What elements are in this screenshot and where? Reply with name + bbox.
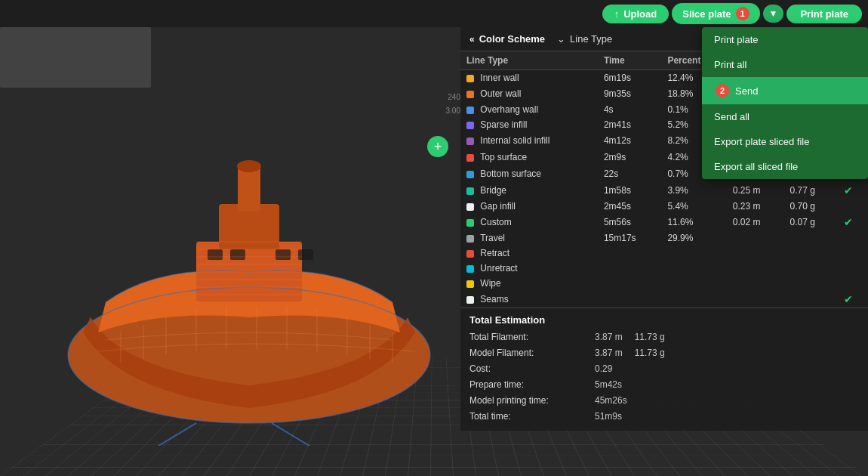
estimation-section: Total Estimation Total Filament: 3.87 m …	[460, 308, 868, 431]
estimation-row: Model Filament: 3.87 m 11.73 g	[469, 345, 859, 361]
svg-rect-5	[208, 249, 223, 260]
cell-check	[838, 261, 868, 276]
cell-check	[838, 246, 868, 261]
cell-percent: 29.9%	[661, 230, 726, 246]
cell-m	[727, 291, 784, 308]
cell-g	[784, 291, 838, 308]
dropdown-item-send-all[interactable]: Send all	[702, 104, 868, 129]
color-dot	[466, 75, 474, 82]
cell-g	[784, 230, 838, 246]
cell-g	[784, 276, 838, 291]
cell-check	[838, 199, 868, 214]
color-dot	[466, 154, 474, 162]
svg-rect-6	[230, 249, 245, 260]
cell-time: 2m41s	[598, 117, 661, 132]
cell-linetype: Custom	[460, 214, 598, 230]
cell-time: 6m19s	[598, 70, 661, 86]
ship-model	[45, 76, 468, 446]
upload-icon: ↑	[614, 8, 620, 20]
cell-linetype: Seams	[460, 291, 598, 308]
svg-point-4	[237, 160, 261, 172]
dropdown-item-print-plate[interactable]: Print plate	[702, 27, 868, 52]
cell-linetype: Outer wall	[460, 85, 598, 102]
svg-line-31	[272, 423, 309, 446]
color-dot	[466, 107, 474, 114]
upload-button[interactable]: ↑ Upload	[602, 5, 669, 23]
dropdown-item-print-all[interactable]: Print all	[702, 52, 868, 77]
cell-time: 22s	[598, 165, 661, 182]
table-row[interactable]: Retract	[460, 246, 868, 261]
cell-time: 9m35s	[598, 85, 661, 102]
cell-g: 0.07 g	[784, 214, 838, 230]
cell-linetype: Sparse infill	[460, 117, 598, 132]
estimation-val1: 5m42s	[595, 377, 622, 393]
estimation-val1: 3.87 m	[595, 345, 623, 361]
estimation-label: Total time:	[469, 409, 583, 425]
slice-button[interactable]: Slice plate 1	[672, 3, 759, 24]
dropdown-item-send[interactable]: 2 Send	[702, 77, 868, 104]
cell-percent	[661, 291, 726, 308]
cell-percent: 11.6%	[661, 214, 726, 230]
estimation-label: Prepare time:	[469, 377, 583, 393]
estimation-val2: 11.73 g	[635, 345, 665, 361]
table-row[interactable]: Travel 15m17s 29.9%	[460, 230, 868, 246]
table-row[interactable]: Unretract	[460, 261, 868, 276]
cell-check: ✔	[838, 214, 868, 230]
double-chevron-icon: «	[469, 34, 475, 45]
estimation-row: Model printing time: 45m26s	[469, 393, 859, 409]
cell-linetype: Wipe	[460, 276, 598, 291]
slice-dropdown-button[interactable]: ▼	[763, 5, 784, 23]
svg-line-30	[159, 423, 196, 446]
cell-m: 0.02 m	[727, 214, 784, 230]
table-row[interactable]: Gap infill 2m45s 5.4% 0.23 m 0.70 g	[460, 199, 868, 214]
cell-check	[838, 230, 868, 246]
print-dropdown-menu: Print plate Print all 2 Send Send all Ex…	[702, 27, 868, 179]
slider-numbers: 240 3.00	[446, 91, 460, 118]
estimation-title: Total Estimation	[469, 314, 859, 326]
color-dot	[466, 203, 474, 211]
table-row[interactable]: Custom 5m56s 11.6% 0.02 m 0.07 g ✔	[460, 214, 868, 230]
estimation-val2: 11.73 g	[635, 329, 665, 345]
estimation-label: Total Filament:	[469, 329, 583, 345]
cell-time: 1m58s	[598, 182, 661, 199]
estimation-val1: 0.29	[595, 361, 612, 377]
color-dot	[466, 280, 474, 288]
color-dot	[466, 296, 474, 304]
cell-time: 15m17s	[598, 230, 661, 246]
cell-linetype: Bottom surface	[460, 165, 598, 182]
color-dot	[466, 187, 474, 195]
cell-time	[598, 291, 661, 308]
cell-time: 5m56s	[598, 214, 661, 230]
estimation-row: Total time: 51m9s	[469, 409, 859, 425]
check-icon: ✔	[844, 293, 853, 305]
add-button[interactable]: +	[427, 136, 448, 157]
dropdown-item-export-plate[interactable]: Export plate sliced file	[702, 129, 868, 154]
background-artifact	[0, 27, 151, 88]
svg-rect-8	[298, 249, 313, 260]
cell-linetype: Unretract	[460, 261, 598, 276]
cell-percent	[661, 261, 726, 276]
line-type-header[interactable]: ⌄ Line Type	[557, 33, 612, 45]
top-toolbar: ↑ Upload Slice plate 1 ▼ Print plate	[0, 0, 868, 27]
table-row[interactable]: Seams ✔	[460, 291, 868, 308]
col-header-time: Time	[598, 51, 661, 70]
chevron-down-icon: ⌄	[557, 33, 565, 45]
dropdown-item-export-all[interactable]: Export all sliced file	[702, 154, 868, 179]
cell-time	[598, 276, 661, 291]
col-header-linetype: Line Type	[460, 51, 598, 70]
print-plate-button[interactable]: Print plate	[786, 5, 862, 23]
estimation-label: Model printing time:	[469, 393, 583, 409]
estimation-val1: 45m26s	[595, 393, 627, 409]
color-scheme-header[interactable]: « Color Scheme	[469, 33, 545, 45]
cell-g	[784, 246, 838, 261]
cell-linetype: Retract	[460, 246, 598, 261]
cell-time: 4m12s	[598, 132, 661, 149]
cell-time	[598, 261, 661, 276]
cell-linetype: Overhang wall	[460, 102, 598, 117]
cell-percent	[661, 246, 726, 261]
cell-m: 0.25 m	[727, 182, 784, 199]
table-row[interactable]: Wipe	[460, 276, 868, 291]
table-row[interactable]: Bridge 1m58s 3.9% 0.25 m 0.77 g ✔	[460, 182, 868, 199]
check-icon: ✔	[844, 184, 853, 196]
color-dot	[466, 250, 474, 258]
